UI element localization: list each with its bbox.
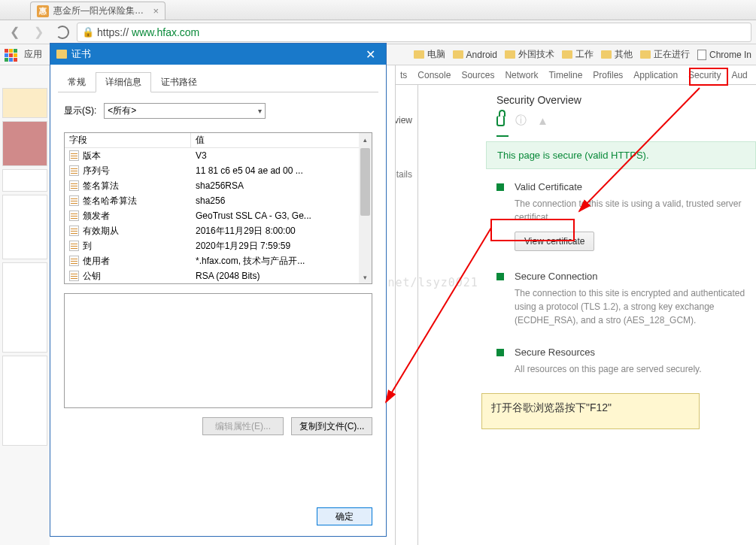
- page-left-column: [0, 65, 50, 545]
- leftnav-details[interactable]: etails: [396, 169, 417, 186]
- cert-tab-general[interactable]: 常规: [58, 72, 96, 92]
- chevron-down-icon: ▾: [258, 107, 262, 115]
- browser-tab[interactable]: 惠 惠金所—阳光保险集团旗 ×: [30, 2, 165, 20]
- devtools-tab[interactable]: Timeline: [548, 70, 582, 80]
- bookmark-folder-0[interactable]: 电脑: [414, 48, 445, 61]
- tab-favicon: 惠: [37, 5, 49, 17]
- field-row: 序列号11 81 c6 e5 04 ae ad 00 ...: [65, 163, 372, 178]
- page-icon: [697, 50, 706, 60]
- bookmark-folder-2[interactable]: 外国技术: [505, 48, 554, 61]
- section-secure-connection: Secure Connection The connection to this…: [486, 251, 756, 327]
- field-row: 签名哈希算法sha256: [65, 193, 372, 208]
- bookmark-folder-1[interactable]: Android: [453, 50, 497, 60]
- dialog-titlebar[interactable]: 证书 ✕: [50, 44, 386, 65]
- annotation-note: 打开谷歌浏览器按下"F12": [481, 393, 700, 429]
- field-row: 颁发者GeoTrust SSL CA - G3, Ge...: [65, 208, 372, 223]
- apps-icon[interactable]: [5, 49, 17, 61]
- tab-title: 惠金所—阳光保险集团旗: [53, 5, 148, 17]
- field-row: 版本V3: [65, 148, 372, 163]
- field-row: 公钥RSA (2048 Bits): [65, 268, 372, 283]
- devtools-tab[interactable]: ts: [400, 70, 407, 80]
- lock-icon: 🔒: [82, 26, 94, 38]
- section-secure-resources: Secure Resources All resources on this p…: [486, 327, 756, 376]
- devtools-panel: ts Console Sources Network Timeline Prof…: [395, 65, 756, 545]
- scroll-up-icon[interactable]: ▴: [359, 133, 372, 146]
- cert-folder-icon: [56, 50, 67, 59]
- fields-list: 版本V3 序列号11 81 c6 e5 04 ae ad 00 ... 签名算法…: [65, 148, 372, 283]
- reload-button[interactable]: [53, 23, 72, 42]
- square-icon: [496, 183, 504, 191]
- show-select[interactable]: <所有> ▾: [104, 103, 266, 119]
- devtools-tab[interactable]: Application: [633, 70, 678, 80]
- page-thumb: [2, 356, 47, 446]
- field-icon: [69, 180, 79, 191]
- security-overview-title: Security Overview: [486, 85, 756, 109]
- back-button[interactable]: ❮: [5, 23, 24, 42]
- field-icon: [69, 165, 79, 176]
- value-display: [64, 293, 372, 408]
- field-icon: [69, 150, 79, 161]
- section-desc: The connection to this site is encrypted…: [515, 286, 745, 327]
- field-row: 使用者*.hfax.com, 技术与产品开...: [65, 253, 372, 268]
- cert-buttons: 编辑属性(E)... 复制到文件(C)...: [64, 417, 372, 435]
- field-icon: [69, 271, 79, 281]
- scrollbar[interactable]: ▴ ▾: [359, 133, 372, 283]
- certificate-dialog: 证书 ✕ 常规 详细信息 证书路径 显示(S): <所有> ▾ 字段 值: [50, 43, 387, 537]
- square-icon: [496, 273, 504, 280]
- page-thumb: [2, 262, 47, 353]
- copy-to-file-button[interactable]: 复制到文件(C)...: [291, 417, 372, 435]
- highlight-security-tab: [689, 68, 728, 86]
- browser-tabstrip: 惠 惠金所—阳光保险集团旗 ×: [0, 0, 756, 20]
- devtools-tab[interactable]: Console: [417, 70, 451, 80]
- url-bar[interactable]: 🔒 https://www.hfax.com: [77, 23, 751, 42]
- devtools-tab[interactable]: Aud: [731, 70, 747, 80]
- section-title: Secure Connection: [515, 271, 745, 282]
- devtools-tab[interactable]: Profiles: [593, 70, 623, 80]
- apps-label[interactable]: 应用: [24, 48, 42, 61]
- devtools-tab[interactable]: Network: [505, 70, 538, 80]
- page-thumb: [2, 169, 47, 192]
- devtools-tab[interactable]: Sources: [461, 70, 494, 80]
- bookmark-folder-4[interactable]: 其他: [601, 48, 633, 61]
- info-icon: ⓘ: [515, 114, 527, 128]
- edit-properties-button: 编辑属性(E)...: [202, 417, 284, 435]
- fields-header: 字段 值: [65, 133, 372, 148]
- field-icon: [69, 241, 79, 251]
- cert-tab-path[interactable]: 证书路径: [151, 72, 207, 92]
- scroll-down-icon[interactable]: ▾: [359, 271, 372, 283]
- close-icon[interactable]: ✕: [361, 47, 380, 62]
- page-thumb: [2, 88, 47, 118]
- url-host: www.hfax.com: [132, 26, 199, 38]
- field-row: 有效期从2016年11月29日 8:00:00: [65, 223, 372, 238]
- scrollbar-thumb[interactable]: [360, 148, 370, 216]
- secure-banner: This page is secure (valid HTTPS).: [486, 141, 756, 169]
- cert-tab-details[interactable]: 详细信息: [96, 72, 151, 92]
- close-icon[interactable]: ×: [153, 5, 159, 17]
- browser-toolbar: ❮ ❯ 🔒 https://www.hfax.com: [0, 20, 756, 44]
- bookmark-folder-3[interactable]: 工作: [562, 48, 594, 61]
- page-thumb: [2, 195, 47, 259]
- square-icon: [496, 349, 504, 356]
- show-row: 显示(S): <所有> ▾: [64, 103, 372, 119]
- page-thumb: [2, 121, 47, 166]
- leftnav-overview[interactable]: rview: [396, 115, 417, 132]
- section-desc: All resources on this page are served se…: [515, 362, 702, 376]
- field-icon: [69, 210, 79, 221]
- cert-body: 显示(S): <所有> ▾ 字段 值 版本V3 序列号11 81 c6 e5 0…: [58, 92, 378, 520]
- lock-underline: [496, 135, 509, 137]
- fields-listbox[interactable]: 字段 值 版本V3 序列号11 81 c6 e5 04 ae ad 00 ...…: [64, 132, 372, 284]
- col-field: 字段: [65, 133, 191, 147]
- bookmark-item-6[interactable]: Chrome In: [697, 50, 751, 60]
- bookmark-folder-5[interactable]: 正在进行: [640, 48, 690, 61]
- show-label: 显示(S):: [64, 104, 96, 117]
- ok-button[interactable]: 确定: [317, 507, 372, 525]
- forward-button[interactable]: ❯: [29, 23, 48, 42]
- cert-tabs: 常规 详细信息 证书路径: [50, 65, 386, 92]
- dialog-title: 证书: [71, 47, 91, 61]
- content-area: ts Console Sources Network Timeline Prof…: [0, 65, 756, 545]
- section-title: Secure Resources: [515, 347, 702, 358]
- lock-icon: [496, 116, 505, 126]
- url-prefix: https://: [97, 26, 129, 38]
- field-row: 到2020年1月29日 7:59:59: [65, 238, 372, 253]
- highlight-view-cert: [490, 219, 575, 241]
